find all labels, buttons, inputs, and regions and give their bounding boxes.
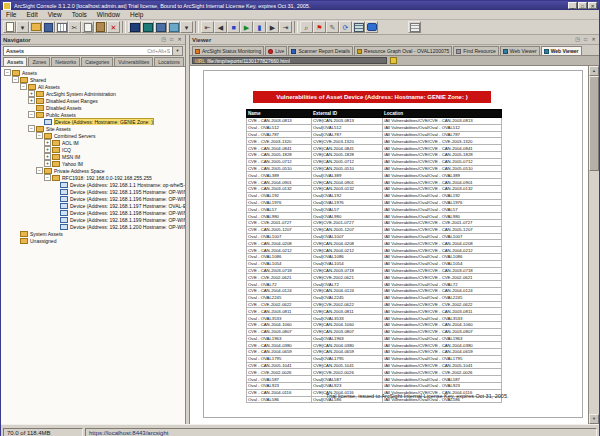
go-next-button[interactable]: ▶ [266, 21, 279, 33]
grid-button[interactable] [408, 21, 421, 33]
expand-icon[interactable]: + [44, 153, 51, 160]
new-resource-button[interactable] [3, 21, 16, 33]
tree-item-device-address-192-168-1-196-h[interactable]: Device (Address: 192.168.1.196 Hostname:… [1, 195, 185, 202]
collapse-icon[interactable]: − [4, 69, 11, 76]
chat-button[interactable] [365, 21, 378, 33]
scrollbar-thumb[interactable] [589, 76, 599, 171]
connection-url[interactable]: https://localhost:8443/arcsight [85, 428, 597, 436]
nav-tab-zones[interactable]: Zones [28, 57, 50, 66]
nav-tab-categories[interactable]: Categories [81, 57, 113, 66]
tree-item-shared[interactable]: −Shared [1, 76, 185, 83]
collapse-icon[interactable]: − [28, 111, 35, 118]
tree-item-aol-im[interactable]: +AOL IM [1, 139, 185, 146]
collapse-icon[interactable]: − [28, 125, 35, 132]
viewer-tab-web-viewer-6[interactable]: Web Viewer [541, 46, 582, 55]
expand-icon[interactable]: + [44, 160, 51, 167]
chevron-down-icon[interactable]: ▼ [172, 47, 182, 55]
expand-icon[interactable]: + [28, 90, 35, 97]
tree-item-unassigned[interactable]: Unassigned [1, 237, 185, 244]
collapse-icon[interactable]: − [12, 76, 19, 83]
tree-item-private-address-space[interactable]: −Private Address Space [1, 167, 185, 174]
categories-button[interactable] [352, 21, 365, 33]
find-button[interactable]: ⌕ [300, 21, 313, 33]
refresh-button[interactable]: ⟳ [339, 21, 352, 33]
save-button[interactable] [42, 21, 55, 33]
go-first-button[interactable]: ⇤ [201, 21, 214, 33]
close-icon[interactable]: ✕ [588, 2, 597, 9]
layout-button[interactable] [167, 21, 180, 33]
scroll-down-icon[interactable]: ▼ [589, 414, 599, 424]
scroll-up-icon[interactable]: ▲ [589, 66, 599, 76]
viewer-tab-arcsight-status-monitoring-0[interactable]: ArcSight Status Monitoring [192, 46, 264, 55]
tree-item-device-address-192-168-1-195-h[interactable]: Device (Address: 192.168.1.195 Hostname:… [1, 188, 185, 195]
pause-button[interactable]: ▮ [253, 21, 266, 33]
nav-tab-networks[interactable]: Networks [51, 57, 80, 66]
go-previous-button[interactable]: ◀ [214, 21, 227, 33]
tree-item-all-assets[interactable]: −All Assets [1, 83, 185, 90]
tree-item-device-address-192-168-1-200-h[interactable]: Device (Address: 192.168.1.200 Hostname:… [1, 223, 185, 230]
tree-item-device-address-192-168-1-198-h[interactable]: Device (Address: 192.168.1.198 Hostname:… [1, 209, 185, 216]
tree-item-disabled-assets[interactable]: Disabled Assets [1, 104, 185, 111]
tree-item-combined-servers[interactable]: −Combined Servers [1, 132, 185, 139]
tree-item-device-address-hostname-genie-[interactable]: Device (Address: Hostname: GENIE Zone: ) [1, 118, 185, 125]
show-inspector-button[interactable] [141, 21, 154, 33]
show-navigator-button[interactable] [128, 21, 141, 33]
expand-icon[interactable]: + [44, 146, 51, 153]
viewer-tab-resource-graph-oval-oval1200075-3[interactable]: Resource Graph Oval - OVAL1200075 [354, 46, 452, 55]
delete-button[interactable]: ✕ [107, 21, 120, 33]
tree-item-device-address-192-168-1-199-h[interactable]: Device (Address: 192.168.1.199 Hostname:… [1, 216, 185, 223]
viewer-tab-scanner-report-details-2[interactable]: Scanner Report Details [288, 46, 353, 55]
edit-button[interactable]: ✎ [326, 21, 339, 33]
float-panel-icon[interactable]: ◳ [574, 36, 581, 43]
show-viewer-button[interactable] [154, 21, 167, 33]
menu-window[interactable]: Window [92, 11, 125, 18]
flag-button[interactable]: ⚑ [313, 21, 326, 33]
url-field[interactable]: URL file:/tmp/reports/1130177827660.html [192, 57, 387, 64]
nav-tab-assets[interactable]: Assets [3, 57, 27, 66]
url-bookmark-icon[interactable] [390, 57, 397, 64]
copy-button[interactable] [81, 21, 94, 33]
tree-item-device-address-192-168-1-1-hos[interactable]: Device (Address: 192.168.1.1 Hostname: o… [1, 181, 185, 188]
menu-tools[interactable]: Tools [67, 11, 92, 18]
viewer-tab-web-viewer-5[interactable]: Web Viewer [500, 46, 540, 55]
close-panel-icon[interactable]: ✕ [176, 36, 183, 43]
vertical-scrollbar[interactable]: ▲ ▼ [588, 66, 599, 424]
tree-item-disabled-asset-ranges[interactable]: +Disabled Asset Ranges [1, 97, 185, 104]
nav-tab-vulnerabilities[interactable]: Vulnerabilities [114, 57, 153, 66]
cut-button[interactable]: ✂ [68, 21, 81, 33]
report-button[interactable] [55, 21, 68, 33]
tree-item-system-assets[interactable]: System Assets [1, 230, 185, 237]
tree-item-device-address-192-168-1-197-h[interactable]: Device (Address: 192.168.1.197 Hostname:… [1, 202, 185, 209]
menu-help[interactable]: Help [125, 11, 148, 18]
play-button[interactable]: ▶ [240, 21, 253, 33]
viewer-tab-live-1[interactable]: Live [265, 46, 287, 55]
resource-type-dropdown[interactable]: Assets Ctrl+Alt+S ▼ [3, 46, 183, 56]
tree-item-site-assets[interactable]: −Site Assets [1, 125, 185, 132]
collapse-icon[interactable]: − [36, 132, 43, 139]
collapse-icon[interactable]: − [20, 83, 27, 90]
tree-item-rfc1918-192-168-0-0-192-168-25[interactable]: −RFC1918: 192.168.0.0-192.168.255.255 [1, 174, 185, 181]
open-button[interactable] [29, 21, 42, 33]
new-resource-dropdown[interactable]: ▾ [16, 21, 29, 33]
expand-icon[interactable]: + [44, 139, 51, 146]
menu-edit[interactable]: Edit [21, 11, 42, 18]
title-bar[interactable]: ArcSight Console 3.1.2.0 [localhost:admi… [1, 1, 599, 10]
stop-button[interactable]: ■ [227, 21, 240, 33]
maximize-icon[interactable]: □ [578, 2, 587, 9]
menu-file[interactable]: File [1, 11, 21, 18]
collapse-icon[interactable]: − [36, 167, 43, 174]
close-panel-icon[interactable]: ✕ [590, 36, 597, 43]
maximize-panel-icon[interactable]: □ [582, 36, 589, 43]
menu-view[interactable]: View [43, 11, 67, 18]
float-panel-icon[interactable]: ◳ [160, 36, 167, 43]
tree-item-public-assets[interactable]: −Public Assets [1, 111, 185, 118]
minimize-icon[interactable]: _ [568, 2, 577, 9]
nav-tab-locations[interactable]: Locations [154, 57, 183, 66]
collapse-icon[interactable]: − [44, 174, 51, 181]
tree-item-arcsight-system-administration[interactable]: +ArcSight System Administration [1, 90, 185, 97]
go-last-button[interactable]: ⇥ [279, 21, 292, 33]
viewer-tab-find-resource-4[interactable]: Find Resource [453, 46, 499, 55]
tree-item-icq[interactable]: +ICQ [1, 146, 185, 153]
tree-item-assets[interactable]: −Assets [1, 69, 185, 76]
layout-dropdown[interactable]: ▾ [180, 21, 193, 33]
